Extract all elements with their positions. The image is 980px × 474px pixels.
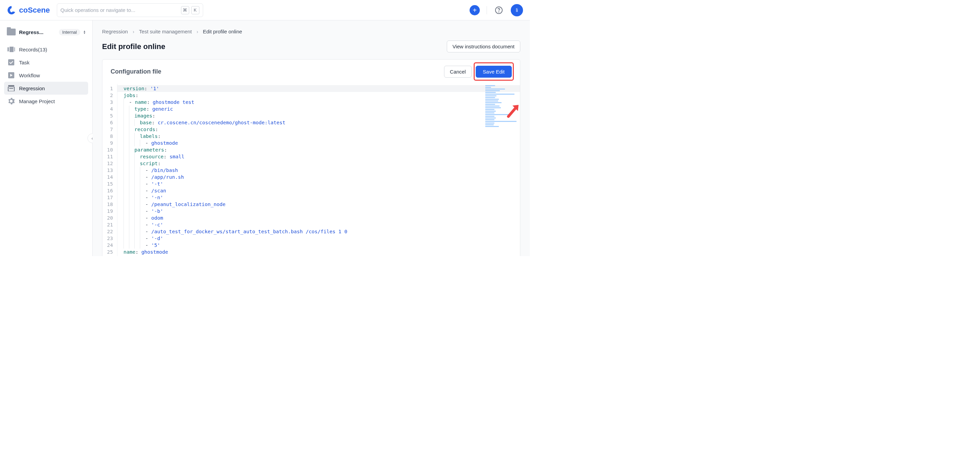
code-line[interactable]: jobs:: [124, 92, 520, 99]
sidebar-item-label: Records(13): [19, 47, 47, 53]
code-line[interactable]: labels:: [124, 133, 520, 140]
code-line[interactable]: script:: [124, 160, 520, 167]
chevron-right-icon: ›: [133, 29, 134, 34]
main-content: Regression › Test suite management › Edi…: [92, 21, 530, 256]
sidebar-item-task[interactable]: Task: [4, 56, 88, 69]
updown-icon: ▴▾: [84, 30, 86, 34]
help-icon: [495, 6, 503, 14]
sidebar: Regress... Internal ▴▾ Records(13)TaskWo…: [0, 21, 92, 256]
records-icon: [8, 46, 15, 53]
sidebar-item-regression[interactable]: Regression: [4, 82, 88, 95]
editor-code[interactable]: version: '1'jobs:- name: ghostmode testt…: [118, 84, 520, 256]
save-edit-button[interactable]: Save Edit: [476, 66, 512, 78]
code-line[interactable]: base: cr.coscene.cn/coscenedemo/ghost-mo…: [124, 119, 520, 126]
svg-rect-3: [10, 47, 14, 52]
add-button[interactable]: +: [469, 5, 480, 15]
code-line[interactable]: - '5': [124, 242, 520, 249]
svg-rect-2: [8, 47, 9, 51]
app-header: coScene Quick operations or navigate to.…: [0, 0, 530, 21]
search-input[interactable]: Quick operations or navigate to... ⌘ K: [57, 3, 203, 17]
sidebar-item-settings[interactable]: Manage Project: [4, 95, 88, 108]
folder-icon: [7, 29, 16, 35]
avatar-initial: li: [516, 8, 518, 13]
svg-rect-9: [9, 88, 13, 89]
code-line[interactable]: resource: small: [124, 153, 520, 160]
code-line[interactable]: - /scan: [124, 187, 520, 194]
task-icon: [8, 59, 15, 65]
code-line[interactable]: parameters:: [124, 147, 520, 153]
breadcrumb-item[interactable]: Regression: [102, 29, 128, 34]
sidebar-item-workflow[interactable]: Workflow: [4, 69, 88, 82]
code-line[interactable]: - '-d': [124, 235, 520, 242]
code-line[interactable]: records:: [124, 126, 520, 133]
svg-rect-4: [14, 47, 15, 51]
editor-gutter: 1234567891011121314151617181920212223242…: [102, 84, 118, 256]
code-line[interactable]: images:: [124, 112, 520, 119]
logo-mark-icon: [7, 5, 16, 15]
sidebar-item-records[interactable]: Records(13): [4, 43, 88, 56]
code-line[interactable]: type: generic: [124, 105, 520, 112]
kbd-cmd: ⌘: [181, 6, 189, 14]
view-instructions-button[interactable]: View instructions document: [447, 40, 520, 53]
page-title: Edit profile online: [102, 42, 165, 51]
divider: [487, 6, 487, 14]
code-editor[interactable]: 1234567891011121314151617181920212223242…: [102, 84, 520, 256]
project-name: Regress...: [19, 29, 56, 35]
svg-rect-8: [8, 87, 14, 91]
breadcrumb-item[interactable]: Test suite management: [139, 29, 192, 34]
breadcrumb-current: Edit profile online: [203, 29, 242, 34]
chevron-right-icon: ›: [197, 29, 198, 34]
code-line[interactable]: name: ghostmode: [124, 249, 520, 255]
breadcrumb: Regression › Test suite management › Edi…: [102, 29, 520, 34]
project-badge: Internal: [59, 29, 80, 35]
code-line[interactable]: - '-n': [124, 194, 520, 201]
svg-point-1: [498, 11, 499, 12]
help-button[interactable]: [494, 5, 504, 15]
panel-title: Configuration file: [111, 68, 161, 75]
brand-text: coScene: [19, 6, 50, 14]
code-line[interactable]: version: '1': [118, 85, 520, 92]
code-line[interactable]: - name: ghostmode test: [124, 99, 520, 105]
search-placeholder: Quick operations or navigate to...: [60, 7, 179, 13]
sidebar-item-label: Task: [19, 60, 30, 65]
sidebar-item-label: Regression: [19, 85, 45, 91]
workflow-icon: [8, 72, 15, 78]
config-panel: Configuration file Cancel Save Edit 1234…: [102, 59, 520, 256]
code-line[interactable]: - '-b': [124, 208, 520, 214]
cancel-button[interactable]: Cancel: [444, 66, 472, 78]
sidebar-item-label: Workflow: [19, 73, 40, 78]
svg-rect-7: [8, 85, 14, 86]
code-line[interactable]: - /peanut_localization_node: [124, 201, 520, 208]
brand-logo[interactable]: coScene: [7, 5, 50, 15]
plus-icon: +: [473, 7, 477, 14]
code-line[interactable]: - /bin/bash: [124, 167, 520, 174]
project-selector[interactable]: Regress... Internal ▴▾: [4, 27, 88, 37]
avatar[interactable]: li: [511, 4, 523, 16]
sidebar-item-label: Manage Project: [19, 98, 55, 104]
kbd-k: K: [191, 6, 199, 14]
code-line[interactable]: - /app/run.sh: [124, 174, 520, 180]
regression-icon: [8, 85, 15, 91]
code-line[interactable]: - '-t': [124, 180, 520, 187]
code-line[interactable]: - '-c': [124, 221, 520, 228]
header-actions: + li: [469, 4, 523, 16]
code-line[interactable]: - ghostmode: [124, 140, 520, 147]
code-line[interactable]: - odom: [124, 214, 520, 221]
settings-icon: [8, 98, 15, 104]
code-line[interactable]: - /auto_test_for_docker_ws/start_auto_te…: [124, 228, 520, 235]
svg-rect-5: [8, 59, 14, 65]
